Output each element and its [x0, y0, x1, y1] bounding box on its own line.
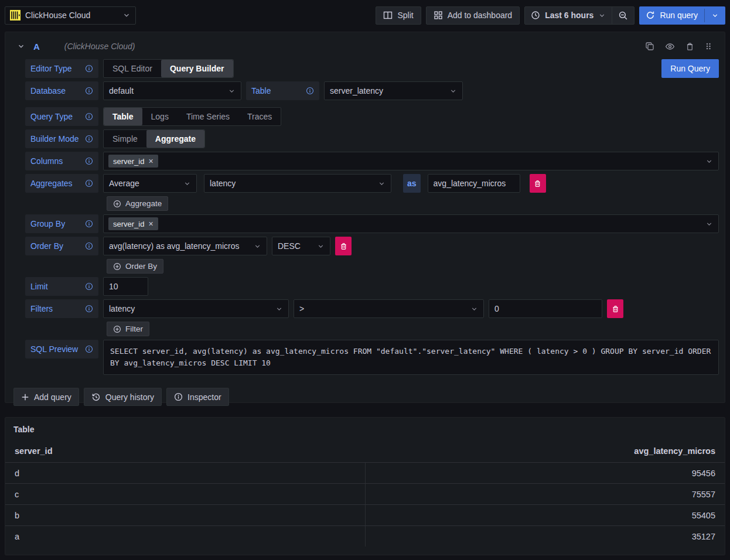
- add-order-by-row: Order By: [25, 259, 719, 274]
- info-icon[interactable]: [85, 179, 93, 187]
- chevron-down-icon: [228, 87, 236, 95]
- columns-label: Columns: [25, 152, 98, 170]
- builder-mode-row: Builder Mode Simple Aggregate: [25, 129, 719, 148]
- table-header-row: server_id avg_latency_micros: [5, 440, 725, 462]
- order-by-field-select[interactable]: avg(latency) as avg_latency_micros: [103, 237, 267, 255]
- table-row[interactable]: b 55405: [5, 504, 725, 525]
- add-aggregate-row: Aggregate: [25, 196, 719, 211]
- info-icon[interactable]: [85, 220, 93, 228]
- column-header-server-id[interactable]: server_id: [15, 446, 365, 456]
- filter-column-select[interactable]: latency: [103, 299, 289, 318]
- aggregate-alias-input[interactable]: [428, 174, 520, 193]
- inspector-button[interactable]: Inspector: [166, 388, 229, 406]
- query-datasource-hint: (ClickHouse Cloud): [64, 42, 135, 51]
- cell-avg-latency: 95456: [365, 463, 725, 483]
- group-by-label: Group By: [25, 214, 98, 233]
- editor-type-switch: SQL Editor Query Builder: [103, 59, 234, 78]
- add-aggregate-button[interactable]: Aggregate: [107, 196, 168, 211]
- query-type-logs[interactable]: Logs: [142, 108, 178, 125]
- chevron-down-icon: [705, 220, 713, 228]
- disable-query-eye-icon[interactable]: [665, 42, 675, 52]
- zoom-out-button[interactable]: [612, 7, 634, 24]
- editor-run-query-button[interactable]: Run Query: [661, 59, 719, 78]
- drag-handle-icon[interactable]: [705, 42, 712, 51]
- info-icon[interactable]: [306, 87, 314, 95]
- filter-operator-select[interactable]: >: [294, 299, 484, 318]
- database-select[interactable]: default: [103, 81, 241, 100]
- add-filter-button[interactable]: Filter: [107, 322, 149, 336]
- explore-toolbar: ClickHouse Cloud Split Add to dashboard: [5, 0, 725, 26]
- add-order-by-button[interactable]: Order By: [107, 259, 163, 274]
- table-result-panel: Table server_id avg_latency_micros d 954…: [5, 417, 725, 555]
- run-query-dropdown-button[interactable]: [705, 6, 725, 25]
- info-icon[interactable]: [85, 87, 93, 95]
- info-circle-icon: [174, 392, 183, 401]
- table-value: server_latency: [330, 86, 383, 95]
- info-icon[interactable]: [85, 282, 93, 291]
- order-by-field-value: avg(latency) as avg_latency_micros: [109, 241, 240, 251]
- query-builder-form: Editor Type SQL Editor Query Builder Run…: [11, 57, 719, 375]
- collapse-query-icon[interactable]: [17, 42, 25, 50]
- table-select[interactable]: server_latency: [324, 81, 463, 100]
- query-type-label: Query Type: [25, 107, 98, 126]
- filter-column-value: latency: [109, 304, 135, 313]
- run-query-button[interactable]: Run query: [639, 6, 704, 25]
- query-header-actions: [645, 42, 712, 52]
- info-icon[interactable]: [85, 135, 93, 143]
- info-icon[interactable]: [85, 305, 93, 313]
- columns-multiselect[interactable]: server_id ×: [103, 152, 719, 170]
- table-row[interactable]: d 95456: [5, 462, 725, 483]
- trash-icon: [340, 243, 347, 250]
- column-header-avg-latency-micros[interactable]: avg_latency_micros: [365, 446, 715, 456]
- builder-mode-aggregate[interactable]: Aggregate: [146, 130, 204, 148]
- info-icon[interactable]: [85, 345, 93, 353]
- info-icon[interactable]: [85, 112, 93, 121]
- duplicate-query-icon[interactable]: [645, 42, 654, 51]
- clickhouse-logo-icon: [10, 10, 21, 21]
- query-editor-header: A (ClickHouse Cloud): [11, 36, 719, 57]
- chevron-down-icon: [711, 12, 719, 19]
- remove-chip-icon[interactable]: ×: [148, 220, 153, 228]
- remove-aggregate-button[interactable]: [530, 174, 546, 193]
- table-row[interactable]: a 35127: [5, 525, 725, 547]
- add-query-button[interactable]: Add query: [13, 388, 79, 406]
- query-history-button[interactable]: Query history: [84, 388, 162, 406]
- as-badge: as: [403, 174, 421, 193]
- info-icon[interactable]: [85, 157, 93, 165]
- aggregate-column-select[interactable]: latency: [204, 174, 391, 193]
- builder-mode-label: Builder Mode: [25, 129, 98, 148]
- remove-order-by-button[interactable]: [335, 237, 352, 255]
- datasource-picker[interactable]: ClickHouse Cloud: [5, 6, 136, 25]
- query-type-traces[interactable]: Traces: [238, 108, 281, 125]
- filter-value-input[interactable]: [489, 299, 602, 318]
- aggregate-function-select[interactable]: Average: [103, 174, 197, 193]
- delete-query-trash-icon[interactable]: [685, 42, 694, 51]
- query-type-switch: Table Logs Time Series Traces: [103, 107, 281, 126]
- database-table-row: Database default Table: [25, 81, 719, 100]
- query-type-table[interactable]: Table: [104, 108, 142, 125]
- cell-server-id: a: [5, 526, 365, 547]
- add-to-dashboard-button[interactable]: Add to dashboard: [426, 6, 520, 25]
- query-ref-id[interactable]: A: [33, 42, 40, 52]
- query-type-time-series[interactable]: Time Series: [178, 108, 238, 125]
- table-row[interactable]: c 75557: [5, 483, 725, 504]
- editor-type-sql-editor[interactable]: SQL Editor: [104, 60, 161, 77]
- sql-preview-label: SQL Preview: [25, 340, 98, 358]
- sync-icon: [646, 11, 655, 20]
- remove-filter-button[interactable]: [607, 299, 623, 318]
- builder-mode-simple[interactable]: Simple: [104, 130, 146, 148]
- cell-avg-latency: 75557: [365, 484, 725, 504]
- remove-chip-icon[interactable]: ×: [148, 157, 153, 165]
- editor-type-query-builder[interactable]: Query Builder: [161, 60, 233, 77]
- info-icon[interactable]: [85, 64, 93, 73]
- group-by-multiselect[interactable]: server_id ×: [103, 214, 719, 233]
- info-icon[interactable]: [85, 242, 93, 250]
- limit-input[interactable]: [103, 277, 148, 296]
- chevron-down-icon: [378, 180, 386, 187]
- order-by-direction-select[interactable]: DESC: [272, 237, 330, 255]
- split-button[interactable]: Split: [376, 6, 421, 25]
- columns-row: Columns server_id ×: [25, 152, 719, 170]
- time-range-button[interactable]: Last 6 hours: [525, 7, 612, 24]
- chevron-down-icon: [275, 305, 283, 313]
- sql-preview-row: SQL Preview SELECT server_id, avg(latenc…: [25, 340, 719, 375]
